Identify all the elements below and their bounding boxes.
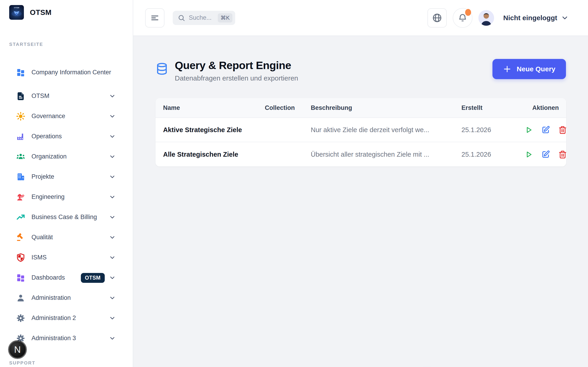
sidebar: OTSM OTSM STARTSEITE Company Information…	[0, 0, 133, 367]
sidebar-item-label: OTSM	[32, 92, 49, 100]
column-header-aktionen: Aktionen	[524, 104, 566, 111]
sidebar-nav: Company Information Center OTSM Governan…	[9, 60, 124, 346]
sidebar-item-organization[interactable]: Organization	[9, 149, 124, 164]
delete-query-button[interactable]	[558, 150, 566, 159]
notification-dot	[465, 9, 471, 16]
sun-icon	[16, 112, 25, 121]
sidebar-item-otsm[interactable]: OTSM	[9, 89, 124, 103]
query-name: Aktive Strategische Ziele	[156, 126, 257, 134]
nextjs-dev-badge[interactable]: N	[9, 341, 26, 358]
section-label-support: SUPPORT	[9, 360, 35, 366]
chevron-down-icon	[109, 234, 116, 241]
sidebar-item-governance[interactable]: Governance	[9, 109, 124, 124]
brand[interactable]: OTSM OTSM	[9, 5, 124, 20]
grid-blue-icon	[16, 68, 25, 77]
search-input[interactable]: Suche... ⌘K	[173, 11, 235, 25]
sidebar-toggle-button[interactable]	[145, 8, 164, 27]
chevron-down-icon	[109, 113, 116, 120]
sidebar-item-label: ISMS	[32, 254, 47, 261]
shield-icon	[16, 253, 25, 262]
queries-table: Name Collection Beschreibung Erstellt Ak…	[156, 98, 566, 167]
people-icon	[16, 152, 25, 161]
otsm-badge: OTSM	[81, 273, 105, 283]
sidebar-item-business-case-billing[interactable]: Business Case & Billing	[9, 210, 124, 225]
sidebar-item-engineering[interactable]: Engineering	[9, 190, 124, 204]
edit-query-button[interactable]	[541, 126, 550, 134]
page-subtitle: Datenabfragen erstellen und exportieren	[175, 74, 298, 82]
chevron-down-icon	[109, 315, 116, 322]
plus-icon	[503, 65, 511, 73]
run-query-button[interactable]	[524, 126, 533, 134]
query-description: Nur aktive Ziele die derzeit verfolgt we…	[303, 126, 454, 134]
sidebar-item-administration[interactable]: Administration	[9, 291, 124, 305]
user-label: Nicht eingeloggt	[503, 14, 557, 22]
grid-purple-icon	[16, 273, 25, 282]
engineer-icon	[16, 192, 25, 202]
sidebar-item-label: Dashboards	[32, 274, 65, 282]
globe-icon	[432, 13, 442, 23]
search-shortcut: ⌘K	[218, 13, 233, 23]
sidebar-item-administration-2[interactable]: Administration 2	[9, 311, 124, 325]
sidebar-item-company-information-center[interactable]: Company Information Center	[9, 60, 124, 85]
page-header: Query & Report Engine Datenabfragen erst…	[156, 59, 566, 82]
sidebar-item-label: Administration 2	[32, 314, 76, 322]
query-description: Übersicht aller strategischen Ziele mit …	[303, 151, 454, 158]
sidebar-item-administration-3[interactable]: Administration 3	[9, 331, 124, 346]
query-created: 25.1.2026	[454, 126, 524, 134]
notifications-button[interactable]	[453, 8, 473, 28]
sidebar-item-operations[interactable]: Operations	[9, 129, 124, 144]
section-label-startseite: STARTSEITE	[9, 42, 124, 47]
gavel-icon	[16, 233, 25, 242]
chevron-down-icon	[109, 294, 116, 301]
sidebar-item-label: Qualität	[32, 234, 53, 241]
building-icon	[16, 172, 25, 181]
sidebar-item-label: Administration 3	[32, 334, 76, 342]
main-column: Suche... ⌘K	[133, 0, 588, 367]
factory-icon	[16, 132, 25, 141]
query-name: Alle Strategischen Ziele	[156, 151, 257, 158]
gear-icon	[16, 314, 25, 323]
chevron-down-icon	[109, 194, 116, 200]
delete-icon	[558, 126, 566, 134]
delete-query-button[interactable]	[558, 126, 566, 134]
edit-icon	[541, 126, 550, 134]
person-icon	[16, 293, 25, 302]
document-icon	[16, 92, 25, 101]
sidebar-item-label: Company Information Center	[32, 69, 111, 76]
chevron-down-icon	[109, 133, 116, 140]
search-placeholder: Suche...	[189, 14, 218, 21]
page-title: Query & Report Engine	[175, 59, 298, 72]
sidebar-item-label: Administration	[32, 294, 71, 302]
sidebar-item-qualitaet[interactable]: Qualität	[9, 230, 124, 245]
language-button[interactable]	[427, 8, 447, 27]
hamburger-icon	[150, 13, 159, 23]
edit-query-button[interactable]	[541, 150, 550, 159]
run-icon	[524, 150, 533, 159]
run-query-button[interactable]	[524, 150, 533, 159]
chevron-down-icon	[109, 274, 116, 281]
sidebar-item-label: Business Case & Billing	[32, 213, 97, 221]
sidebar-item-label: Operations	[32, 133, 62, 140]
chevron-down-icon	[561, 14, 569, 22]
sidebar-item-projekte[interactable]: Projekte	[9, 169, 124, 184]
edit-icon	[541, 150, 550, 159]
chevron-down-icon	[109, 254, 116, 261]
chevron-down-icon	[109, 214, 116, 221]
table-header: Name Collection Beschreibung Erstellt Ak…	[156, 98, 566, 118]
avatar-image	[478, 10, 494, 26]
table-row[interactable]: Alle Strategischen Ziele Übersicht aller…	[156, 142, 566, 167]
table-row[interactable]: Aktive Strategische Ziele Nur aktive Zie…	[156, 118, 566, 142]
sidebar-item-label: Projekte	[32, 173, 54, 181]
sidebar-item-label: Governance	[32, 112, 65, 120]
sidebar-item-label: Organization	[32, 153, 67, 161]
chevron-down-icon	[109, 93, 116, 100]
sidebar-item-isms[interactable]: ISMS	[9, 250, 124, 265]
chevron-down-icon	[109, 153, 116, 160]
search-icon	[178, 14, 185, 22]
sidebar-item-label: Engineering	[32, 193, 65, 201]
sidebar-item-dashboards[interactable]: Dashboards OTSM	[9, 270, 124, 285]
avatar[interactable]	[478, 10, 494, 26]
new-query-button[interactable]: Neue Query	[493, 59, 566, 79]
user-menu[interactable]: Nicht eingeloggt	[503, 14, 569, 22]
column-header-erstellt: Erstellt	[454, 104, 524, 111]
